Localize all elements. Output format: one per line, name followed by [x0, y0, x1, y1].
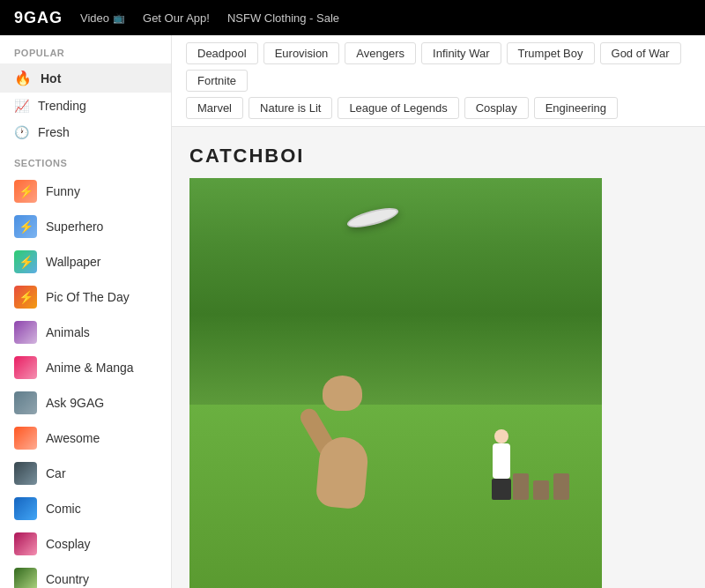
superhero-label: Superhero — [46, 220, 103, 234]
tag-marvel[interactable]: Marvel — [186, 97, 243, 119]
sidebar-item-car[interactable]: Car — [0, 456, 171, 491]
person-head — [494, 429, 508, 443]
sidebar-item-fresh[interactable]: 🕐 Fresh — [0, 119, 171, 145]
sidebar-item-anime[interactable]: Anime & Manga — [0, 350, 171, 385]
sidebar-item-picofday[interactable]: ⚡ Pic Of The Day — [0, 279, 171, 315]
sidebar-item-funny[interactable]: ⚡ Funny — [0, 174, 171, 209]
video-label: Video — [80, 11, 109, 25]
funny-label: Funny — [46, 184, 80, 198]
tag-cosplay[interactable]: Cosplay — [464, 97, 529, 119]
animals-thumb — [14, 321, 37, 344]
tag-god-of-war[interactable]: God of War — [600, 42, 681, 64]
car-thumb — [14, 462, 37, 485]
fresh-icon: 🕐 — [14, 125, 29, 139]
tag-row-2: Marvel Nature is Lit League of Legends C… — [186, 97, 691, 119]
sidebar-fresh-label: Fresh — [38, 125, 70, 139]
header: 9GAG Video 📺 Get Our App! NSFW Clothing … — [0, 0, 705, 35]
post-scene — [189, 178, 602, 588]
nav-video[interactable]: Video 📺 — [80, 11, 125, 25]
sidebar-item-comic[interactable]: Comic — [0, 491, 171, 526]
chair-2 — [533, 480, 549, 500]
sidebar-item-awesome[interactable]: Awesome — [0, 421, 171, 456]
post-area: CATCHBOI — [172, 127, 705, 588]
scene-furniture — [513, 473, 569, 500]
post-title: CATCHBOI — [189, 145, 687, 167]
sidebar-item-wallpaper[interactable]: ⚡ Wallpaper — [0, 244, 171, 279]
car-label: Car — [46, 466, 66, 480]
awesome-thumb — [14, 427, 37, 450]
ask9gag-label: Ask 9GAG — [46, 396, 104, 410]
main-content: Deadpool Eurovision Avengers Infinity Wa… — [172, 35, 705, 588]
country-thumb — [14, 568, 37, 588]
sidebar: POPULAR 🔥 Hot 📈 Trending 🕐 Fresh SECTION… — [0, 35, 172, 588]
dog-body — [315, 435, 370, 510]
comic-label: Comic — [46, 502, 81, 516]
sidebar-item-superhero[interactable]: ⚡ Superhero — [0, 209, 171, 244]
animals-label: Animals — [46, 325, 90, 339]
tag-row-1: Deadpool Eurovision Avengers Infinity Wa… — [186, 42, 691, 92]
hot-icon: 🔥 — [14, 70, 32, 86]
tag-eurovision[interactable]: Eurovision — [263, 42, 340, 64]
anime-label: Anime & Manga — [46, 361, 134, 375]
logo[interactable]: 9GAG — [14, 9, 63, 27]
tag-infinity-war[interactable]: Infinity War — [421, 42, 501, 64]
chair-3 — [553, 473, 569, 500]
sidebar-item-ask9gag[interactable]: Ask 9GAG — [0, 385, 171, 421]
funny-thumb: ⚡ — [14, 180, 37, 203]
post-image[interactable] — [189, 178, 602, 588]
sections-label: SECTIONS — [0, 145, 171, 174]
superhero-thumb: ⚡ — [14, 215, 37, 238]
tag-league-of-legends[interactable]: League of Legends — [338, 97, 458, 119]
chair-1 — [513, 473, 529, 500]
cosplay-thumb — [14, 532, 37, 555]
nav-nsfw[interactable]: NSFW Clothing - Sale — [227, 11, 339, 25]
sidebar-hot-label: Hot — [41, 71, 61, 86]
picofday-label: Pic Of The Day — [46, 290, 130, 304]
popular-section-label: POPULAR — [0, 35, 171, 63]
tag-engineering[interactable]: Engineering — [534, 97, 618, 119]
wallpaper-thumb: ⚡ — [14, 250, 37, 273]
sidebar-item-trending[interactable]: 📈 Trending — [0, 93, 171, 119]
tag-trumpet-boy[interactable]: Trumpet Boy — [507, 42, 595, 64]
trending-icon: 📈 — [14, 99, 29, 113]
sidebar-item-cosplay[interactable]: Cosplay — [0, 526, 171, 562]
tag-bar: Deadpool Eurovision Avengers Infinity Wa… — [172, 35, 705, 127]
nav-get-app[interactable]: Get Our App! — [143, 11, 210, 25]
tag-avengers[interactable]: Avengers — [345, 42, 416, 64]
dog-head — [323, 376, 362, 411]
sidebar-item-country[interactable]: Country — [0, 562, 171, 588]
country-label: Country — [46, 572, 89, 586]
sidebar-trending-label: Trending — [38, 99, 86, 113]
comic-thumb — [14, 497, 37, 520]
tag-nature-is-lit[interactable]: Nature is Lit — [249, 97, 332, 119]
sidebar-item-hot[interactable]: 🔥 Hot — [0, 63, 171, 93]
tag-fortnite[interactable]: Fortnite — [186, 70, 248, 92]
picofday-thumb: ⚡ — [14, 286, 37, 309]
sidebar-item-animals[interactable]: Animals — [0, 315, 171, 350]
video-icon: 📺 — [113, 12, 125, 24]
wallpaper-label: Wallpaper — [46, 255, 101, 269]
ask9gag-thumb — [14, 391, 37, 414]
anime-thumb — [14, 356, 37, 379]
cosplay-label: Cosplay — [46, 537, 91, 551]
person-body — [493, 443, 510, 479]
tag-deadpool[interactable]: Deadpool — [186, 42, 258, 64]
scene-dog — [305, 376, 384, 508]
person-legs — [492, 479, 511, 500]
scene-person — [492, 429, 511, 500]
layout: POPULAR 🔥 Hot 📈 Trending 🕐 Fresh SECTION… — [0, 35, 705, 588]
awesome-label: Awesome — [46, 431, 100, 445]
